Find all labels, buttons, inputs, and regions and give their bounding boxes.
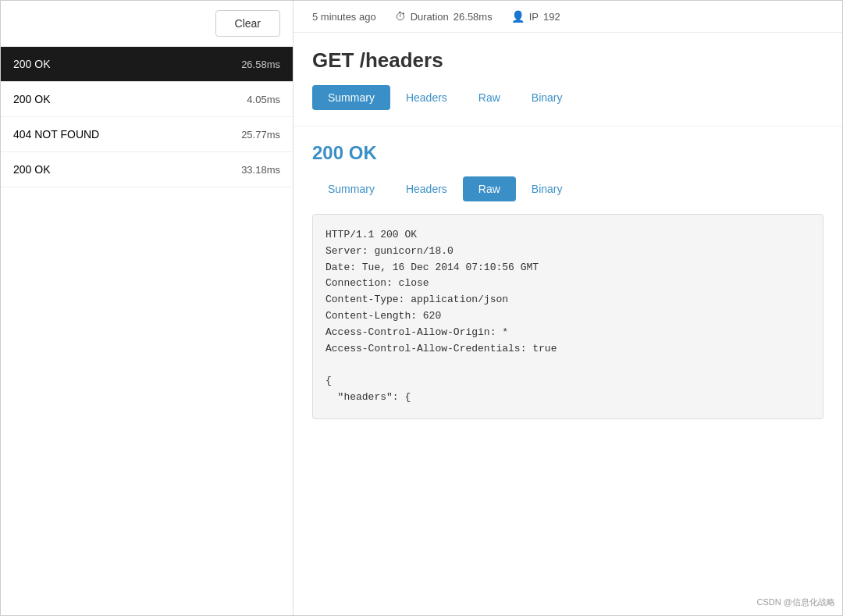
request-duration: 4.05ms bbox=[247, 94, 280, 105]
request-tab-bar: Summary Headers Raw Binary bbox=[312, 85, 823, 110]
request-title: GET /headers bbox=[312, 48, 823, 73]
request-status: 404 NOT FOUND bbox=[13, 128, 99, 141]
clock-icon: ⏱ bbox=[395, 10, 406, 23]
ip-label: IP bbox=[529, 11, 539, 23]
response-section: 200 OK Summary Headers Raw Binary HTTP/1… bbox=[293, 126, 842, 435]
request-status: 200 OK bbox=[13, 58, 50, 70]
request-duration: 26.58ms bbox=[241, 59, 280, 70]
request-duration: 25.77ms bbox=[241, 129, 280, 141]
raw-content: HTTP/1.1 200 OK Server: gunicorn/18.0 Da… bbox=[312, 214, 823, 419]
request-item[interactable]: 200 OK 4.05ms bbox=[1, 82, 293, 117]
watermark: CSDN @信息化战略 bbox=[757, 596, 835, 608]
tab-summary[interactable]: Summary bbox=[312, 85, 390, 110]
right-panel: 5 minutes ago ⏱ Duration 26.58ms 👤 IP 19… bbox=[293, 1, 842, 615]
tab-binary[interactable]: Binary bbox=[516, 85, 578, 110]
request-status: 200 OK bbox=[13, 163, 50, 176]
duration-value: 26.58ms bbox=[454, 11, 493, 23]
top-bar: 5 minutes ago ⏱ Duration 26.58ms 👤 IP 19… bbox=[293, 1, 842, 33]
response-tab-headers[interactable]: Headers bbox=[390, 176, 463, 201]
request-duration: 33.18ms bbox=[241, 164, 280, 176]
request-item[interactable]: 404 NOT FOUND 25.77ms bbox=[1, 117, 293, 152]
time-ago: 5 minutes ago bbox=[312, 11, 376, 23]
tab-headers[interactable]: Headers bbox=[390, 85, 463, 110]
request-item[interactable]: 200 OK 26.58ms bbox=[1, 47, 293, 82]
response-tab-summary[interactable]: Summary bbox=[312, 176, 390, 201]
response-tab-bar: Summary Headers Raw Binary bbox=[312, 176, 823, 201]
person-icon: 👤 bbox=[511, 10, 525, 23]
ip-info: 👤 IP 192 bbox=[511, 10, 560, 23]
left-header: Clear bbox=[1, 1, 293, 47]
tab-raw[interactable]: Raw bbox=[463, 85, 516, 110]
response-title: 200 OK bbox=[312, 142, 823, 164]
request-section: GET /headers Summary Headers Raw Binary bbox=[293, 33, 842, 126]
request-status: 200 OK bbox=[13, 93, 50, 105]
left-panel: Clear 200 OK 26.58ms 200 OK 4.05ms 404 N… bbox=[1, 1, 293, 615]
request-list: 200 OK 26.58ms 200 OK 4.05ms 404 NOT FOU… bbox=[1, 47, 293, 615]
duration-label: Duration bbox=[411, 11, 449, 23]
ip-value: 192 bbox=[543, 11, 560, 23]
clear-button[interactable]: Clear bbox=[215, 10, 280, 37]
response-tab-raw[interactable]: Raw bbox=[463, 176, 516, 201]
duration-info: ⏱ Duration 26.58ms bbox=[395, 10, 493, 23]
request-item[interactable]: 200 OK 33.18ms bbox=[1, 152, 293, 187]
response-tab-binary[interactable]: Binary bbox=[516, 176, 578, 201]
